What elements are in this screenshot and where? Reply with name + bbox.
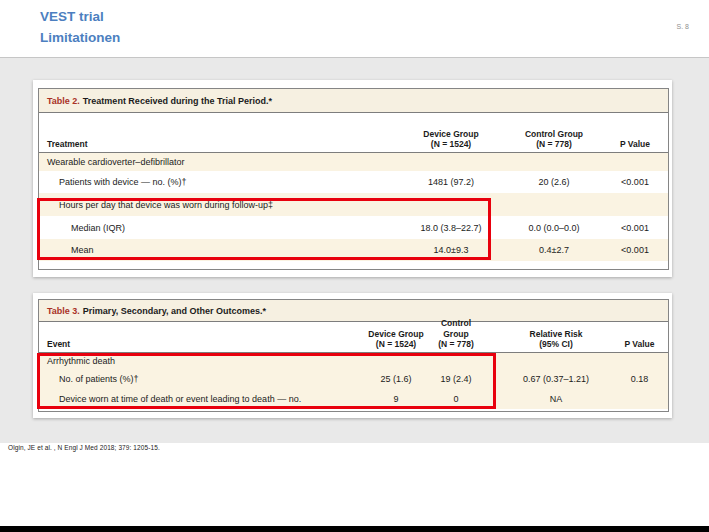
footer-bar xyxy=(0,526,709,532)
table2-col-treatment: Treatment xyxy=(39,139,396,149)
slide-title-line2: Limitationen xyxy=(40,27,120,48)
cell-control: 19 (2.4) xyxy=(428,374,484,384)
citation: Olgin, JE et al. , N Engl J Med 2018; 37… xyxy=(8,444,160,451)
slide-page-number: S. 8 xyxy=(677,23,689,30)
row-label: Median (IQR) xyxy=(39,223,396,233)
table3-title-text: Primary, Secondary, and Other Outcomes.* xyxy=(83,306,266,316)
table2-col-pvalue: P Value xyxy=(602,139,668,149)
cell-relative-risk: 0.67 (0.37–1.21) xyxy=(501,374,611,384)
table3-col-control-group: Control Group (N = 778) xyxy=(428,318,484,349)
table2-title-text: Treatment Received during the Trial Peri… xyxy=(83,96,272,106)
table3-col-relative-risk: Relative Risk (95% CI) xyxy=(501,329,611,349)
cell-device: 1481 (97.2) xyxy=(396,177,506,187)
table-row: Patients with device — no. (%)† 1481 (97… xyxy=(39,171,668,193)
cell-device: 9 xyxy=(364,394,428,404)
cell-pvalue: <0.001 xyxy=(602,177,668,187)
slide-title-line1: VEST trial xyxy=(40,6,120,27)
table2-col-control-group: Control Group (N = 778) xyxy=(506,129,602,149)
cell-control: 0 xyxy=(428,394,484,404)
table-row: Arrhythmic death xyxy=(39,353,668,369)
row-label: Hours per day that device was worn durin… xyxy=(39,200,396,210)
table3: Table 3. Primary, Secondary, and Other O… xyxy=(38,299,669,412)
table-row: Device worn at time of death or event le… xyxy=(39,389,668,409)
cell-device: 25 (1.6) xyxy=(364,374,428,384)
cell-control: 20 (2.6) xyxy=(506,177,602,187)
cell-pvalue: <0.001 xyxy=(602,223,668,233)
table2-col-device-group: Device Group (N = 1524) xyxy=(396,129,506,149)
row-label: Wearable cardioverter–defibrillator xyxy=(39,157,396,167)
cell-relative-risk: NA xyxy=(501,394,611,404)
table-row: Median (IQR) 18.0 (3.8–22.7) 0.0 (0.0–0.… xyxy=(39,216,668,239)
table2-title-label: Table 2. xyxy=(47,96,80,106)
row-label: Device worn at time of death or event le… xyxy=(39,394,364,404)
table3-col-event: Event xyxy=(39,339,364,349)
table-row: Hours per day that device was worn durin… xyxy=(39,193,668,216)
table3-title-label: Table 3. xyxy=(47,306,80,316)
cell-device: 14.0±9.3 xyxy=(396,245,506,255)
table2-column-headers: Treatment Device Group (N = 1524) Contro… xyxy=(39,113,668,153)
table3-col-device-group: Device Group (N = 1524) xyxy=(364,329,428,349)
table2-image-card: Table 2. Treatment Received during the T… xyxy=(33,80,672,277)
row-label: Arrhythmic death xyxy=(39,356,364,366)
presentation-slide: VEST trial Limitationen S. 8 Table 2. Tr… xyxy=(0,0,709,532)
table-row: No. of patients (%)† 25 (1.6) 19 (2.4) 0… xyxy=(39,369,668,389)
cell-pvalue: 0.18 xyxy=(611,374,668,384)
table2: Table 2. Treatment Received during the T… xyxy=(38,88,669,270)
slide-title: VEST trial Limitationen xyxy=(40,6,120,48)
table3-col-pvalue: P Value xyxy=(611,339,668,349)
cell-control: 0.4±2.7 xyxy=(506,245,602,255)
cell-control: 0.0 (0.0–0.0) xyxy=(506,223,602,233)
row-label: Patients with device — no. (%)† xyxy=(39,177,396,187)
cell-pvalue: <0.001 xyxy=(602,245,668,255)
table-row: Mean 14.0±9.3 0.4±2.7 <0.001 xyxy=(39,239,668,261)
cell-device: 18.0 (3.8–22.7) xyxy=(396,223,506,233)
table3-image-card: Table 3. Primary, Secondary, and Other O… xyxy=(33,293,672,418)
table2-title: Table 2. Treatment Received during the T… xyxy=(39,89,668,113)
table3-title: Table 3. Primary, Secondary, and Other O… xyxy=(39,300,668,322)
table3-column-headers: Event Device Group (N = 1524) Control Gr… xyxy=(39,322,668,353)
table-row: Wearable cardioverter–defibrillator xyxy=(39,153,668,171)
row-label: Mean xyxy=(39,245,396,255)
row-label: No. of patients (%)† xyxy=(39,374,364,384)
